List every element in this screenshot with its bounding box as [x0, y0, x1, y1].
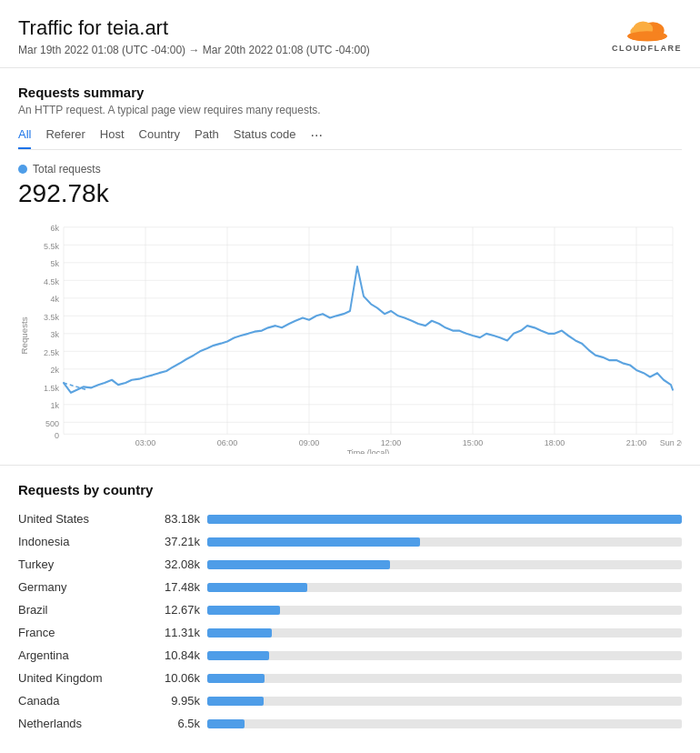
bar-fill	[207, 628, 272, 638]
tab-status-code[interactable]: Status code	[234, 127, 296, 149]
country-value: 10.06k	[145, 671, 200, 685]
metric-label: Total requests	[18, 163, 682, 176]
country-name: Canada	[18, 694, 145, 708]
country-value: 9.95k	[145, 694, 200, 708]
country-name: Netherlands	[18, 717, 145, 730]
svg-text:21:00: 21:00	[626, 438, 647, 447]
chart-svg: 0 500 1k 1.5k 2k 2.5k 3k 3.5k 4k 4.5k 5k…	[18, 217, 682, 454]
bar-container	[207, 583, 682, 592]
svg-text:2.5k: 2.5k	[44, 347, 59, 356]
requests-by-country-section: Requests by country United States 83.18k…	[0, 466, 700, 753]
bar-container	[207, 560, 682, 569]
page-title: Traffic for teia.art	[18, 16, 370, 40]
bar-fill	[207, 583, 307, 592]
country-name: Germany	[18, 580, 145, 594]
svg-point-4	[627, 31, 667, 41]
svg-text:15:00: 15:00	[463, 438, 484, 447]
svg-text:4.5k: 4.5k	[44, 276, 59, 286]
country-value: 83.18k	[145, 512, 200, 526]
tab-more[interactable]: ···	[310, 127, 322, 149]
country-value: 6.5k	[145, 717, 200, 730]
tab-path[interactable]: Path	[195, 127, 219, 149]
svg-text:06:00: 06:00	[217, 438, 238, 447]
cloudflare-icon	[625, 16, 669, 42]
page-header: Traffic for teia.art Mar 19th 2022 01:08…	[0, 0, 700, 68]
requests-summary-desc: An HTTP request. A typical page view req…	[18, 104, 682, 116]
bar-fill	[207, 719, 245, 728]
bar-container	[207, 719, 682, 728]
svg-text:6k: 6k	[50, 224, 59, 233]
tab-host[interactable]: Host	[100, 127, 125, 149]
svg-text:3k: 3k	[50, 330, 59, 339]
country-value: 10.84k	[145, 648, 200, 662]
country-row: Argentina 10.84k	[18, 648, 682, 662]
bar-fill	[207, 651, 269, 660]
svg-text:09:00: 09:00	[299, 438, 320, 447]
svg-text:Sun 20: Sun 20	[660, 438, 682, 447]
country-row: Canada 9.95k	[18, 694, 682, 708]
requests-summary-title: Requests summary	[18, 85, 682, 100]
metric-label-text: Total requests	[33, 163, 101, 176]
svg-text:5k: 5k	[50, 259, 59, 268]
svg-text:Time (local): Time (local)	[347, 448, 390, 454]
country-value: 32.08k	[145, 557, 200, 571]
bar-fill	[207, 560, 390, 569]
bar-container	[207, 515, 682, 524]
bar-container	[207, 628, 682, 638]
country-name: Brazil	[18, 603, 145, 617]
svg-text:500: 500	[45, 418, 59, 427]
country-value: 12.67k	[145, 603, 200, 617]
tab-all[interactable]: All	[18, 127, 31, 149]
country-row: United States 83.18k	[18, 512, 682, 526]
country-row: France 11.31k	[18, 626, 682, 639]
country-value: 37.21k	[145, 535, 200, 548]
requests-summary-section: Requests summary An HTTP request. A typi…	[0, 68, 700, 466]
cloudflare-logo: CLOUDFLARE	[612, 16, 682, 53]
tab-referer[interactable]: Referer	[45, 127, 85, 149]
date-range: Mar 19th 2022 01:08 (UTC -04:00) → Mar 2…	[18, 44, 370, 56]
country-section-title: Requests by country	[18, 482, 682, 497]
country-row: Turkey 32.08k	[18, 557, 682, 571]
metric-value: 292.78k	[18, 179, 682, 208]
country-value: 17.48k	[145, 580, 200, 594]
bar-container	[207, 537, 682, 547]
bar-container	[207, 674, 682, 683]
svg-text:3.5k: 3.5k	[44, 312, 59, 321]
svg-text:4k: 4k	[50, 295, 59, 304]
metric-dot-icon	[18, 165, 27, 174]
tab-country[interactable]: Country	[139, 127, 181, 149]
cloudflare-text: CLOUDFLARE	[612, 44, 682, 53]
country-row: United Kingdom 10.06k	[18, 671, 682, 685]
bar-container	[207, 606, 682, 615]
bar-fill	[207, 606, 280, 615]
svg-text:2k: 2k	[50, 366, 59, 375]
bar-fill	[207, 537, 420, 547]
svg-text:12:00: 12:00	[381, 438, 402, 447]
country-list: United States 83.18k Indonesia 37.21k Tu…	[18, 512, 682, 730]
svg-text:0: 0	[55, 430, 59, 439]
svg-text:1k: 1k	[50, 401, 59, 410]
svg-text:Requests: Requests	[20, 316, 29, 354]
title-text: Traffic for teia.art	[18, 16, 168, 39]
country-name: France	[18, 626, 145, 639]
country-name: United States	[18, 512, 145, 526]
country-name: Indonesia	[18, 535, 145, 548]
bar-container	[207, 697, 682, 706]
country-row: Indonesia 37.21k	[18, 535, 682, 548]
bar-fill	[207, 515, 682, 524]
summary-tabs: All Referer Host Country Path Status cod…	[18, 127, 682, 150]
bar-fill	[207, 674, 265, 683]
bar-fill	[207, 697, 264, 706]
country-row: Netherlands 6.5k	[18, 717, 682, 730]
svg-text:03:00: 03:00	[135, 438, 156, 447]
country-name: Argentina	[18, 648, 145, 662]
country-name: Turkey	[18, 557, 145, 571]
country-row: Germany 17.48k	[18, 580, 682, 594]
bar-container	[207, 651, 682, 660]
svg-text:5.5k: 5.5k	[44, 241, 59, 250]
country-name: United Kingdom	[18, 671, 145, 685]
requests-chart: 0 500 1k 1.5k 2k 2.5k 3k 3.5k 4k 4.5k 5k…	[18, 217, 682, 454]
country-value: 11.31k	[145, 626, 200, 639]
svg-text:1.5k: 1.5k	[44, 383, 59, 392]
svg-text:18:00: 18:00	[545, 438, 565, 447]
